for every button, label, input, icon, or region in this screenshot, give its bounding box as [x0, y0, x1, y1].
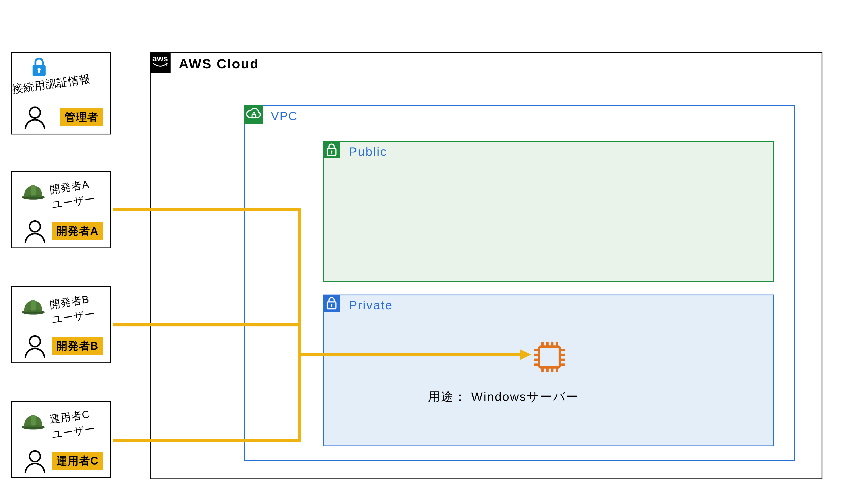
- helmet-icon: [21, 413, 45, 430]
- public-subnet-label: Public: [349, 144, 388, 159]
- aws-cloud-container: aws AWS Cloud VPC Public Private: [150, 52, 823, 479]
- public-subnet: Public: [323, 141, 774, 282]
- private-subnet-label: Private: [349, 298, 393, 312]
- svg-rect-19: [331, 305, 332, 307]
- svg-rect-20: [539, 347, 560, 367]
- user-icon: [23, 449, 47, 473]
- ec2-instance-icon: [532, 340, 567, 375]
- private-subnet: Private 用途： Windowsサーバー: [323, 295, 774, 446]
- user-card-dev-a: 開発者A ユーザー 開発者A: [11, 171, 111, 248]
- svg-point-8: [24, 310, 43, 313]
- user-role-chip: 開発者B: [52, 337, 103, 355]
- svg-point-3: [30, 107, 40, 118]
- private-subnet-icon: [323, 295, 340, 312]
- helmet-icon: [21, 183, 45, 200]
- svg-rect-16: [331, 152, 332, 154]
- public-subnet-icon: [323, 141, 340, 158]
- user-role-chip: 開発者A: [52, 222, 103, 240]
- vpc-icon: [244, 105, 263, 124]
- server-caption: 用途： Windowsサーバー: [428, 389, 579, 405]
- user-icon: [23, 105, 47, 129]
- user-card-op-c: 運用者C ユーザー 運用者C: [11, 401, 111, 478]
- admin-title: 接続用認証情報: [11, 71, 91, 97]
- user-role-chip: 運用者C: [52, 452, 103, 470]
- admin-role-chip: 管理者: [60, 108, 103, 126]
- svg-point-9: [30, 336, 40, 347]
- svg-point-6: [30, 221, 40, 232]
- svg-point-12: [30, 451, 40, 462]
- lock-icon: [30, 56, 48, 78]
- aws-logo-icon: aws: [150, 52, 170, 73]
- svg-point-5: [24, 195, 43, 198]
- svg-rect-2: [38, 70, 40, 73]
- svg-point-11: [24, 425, 43, 428]
- vpc-label: VPC: [271, 109, 298, 123]
- user-icon: [23, 334, 47, 358]
- vpc-container: VPC Public Private: [244, 105, 795, 461]
- aws-cloud-label: AWS Cloud: [179, 56, 259, 71]
- user-icon: [23, 219, 47, 243]
- user-card-dev-b: 開発者B ユーザー 開発者B: [11, 286, 111, 363]
- admin-card: 接続用認証情報 管理者: [11, 52, 111, 134]
- helmet-icon: [21, 298, 45, 315]
